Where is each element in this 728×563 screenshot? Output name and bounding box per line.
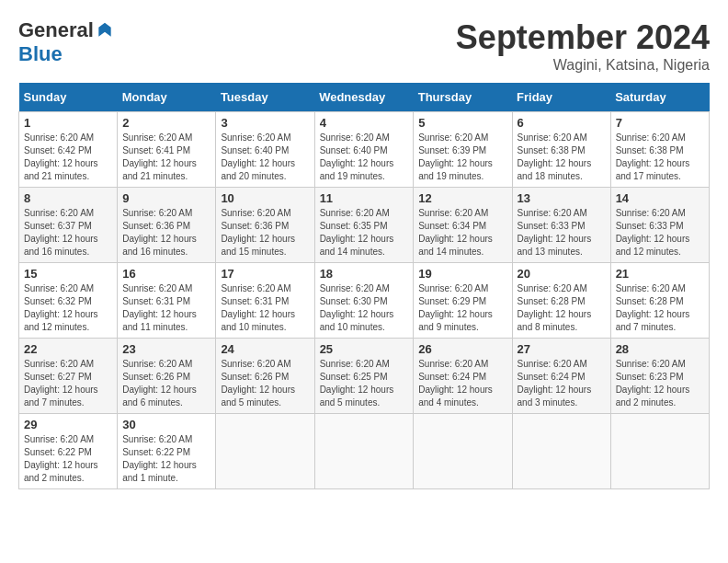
- day-info: Sunrise: 6:20 AMSunset: 6:37 PMDaylight:…: [24, 207, 112, 259]
- day-info: Sunrise: 6:20 AMSunset: 6:23 PMDaylight:…: [616, 358, 704, 409]
- title-section: September 2024 Wagini, Katsina, Nigeria: [456, 18, 710, 74]
- day-info: Sunrise: 6:20 AMSunset: 6:31 PMDaylight:…: [221, 282, 309, 334]
- calendar-cell: 12Sunrise: 6:20 AMSunset: 6:34 PMDayligh…: [414, 188, 512, 263]
- day-number: 14: [616, 191, 704, 205]
- calendar-cell: 16Sunrise: 6:20 AMSunset: 6:31 PMDayligh…: [118, 263, 216, 339]
- weekday-header: Thursday: [414, 83, 512, 112]
- calendar-cell: [216, 414, 314, 489]
- day-info: Sunrise: 6:20 AMSunset: 6:35 PMDaylight:…: [320, 207, 409, 259]
- calendar-cell: 29Sunrise: 6:20 AMSunset: 6:22 PMDayligh…: [19, 414, 118, 489]
- calendar-cell: 25Sunrise: 6:20 AMSunset: 6:25 PMDayligh…: [314, 339, 414, 414]
- logo: General Blue: [18, 18, 114, 66]
- calendar-week-row: 22Sunrise: 6:20 AMSunset: 6:27 PMDayligh…: [19, 339, 710, 414]
- day-number: 6: [518, 116, 606, 130]
- day-info: Sunrise: 6:20 AMSunset: 6:38 PMDaylight:…: [616, 132, 704, 183]
- calendar-cell: 23Sunrise: 6:20 AMSunset: 6:26 PMDayligh…: [118, 339, 216, 414]
- day-number: 20: [518, 267, 606, 281]
- calendar-cell: [414, 414, 512, 489]
- calendar-week-row: 8Sunrise: 6:20 AMSunset: 6:37 PMDaylight…: [19, 188, 710, 263]
- calendar-cell: 28Sunrise: 6:20 AMSunset: 6:23 PMDayligh…: [610, 339, 709, 414]
- weekday-header-row: SundayMondayTuesdayWednesdayThursdayFrid…: [19, 83, 710, 112]
- day-info: Sunrise: 6:20 AMSunset: 6:24 PMDaylight:…: [518, 358, 606, 409]
- calendar-cell: 10Sunrise: 6:20 AMSunset: 6:36 PMDayligh…: [216, 188, 314, 263]
- calendar-cell: [512, 414, 610, 489]
- calendar-cell: 19Sunrise: 6:20 AMSunset: 6:29 PMDayligh…: [414, 263, 512, 339]
- day-info: Sunrise: 6:20 AMSunset: 6:40 PMDaylight:…: [221, 132, 309, 183]
- day-info: Sunrise: 6:20 AMSunset: 6:24 PMDaylight:…: [418, 358, 506, 409]
- logo-icon: [96, 21, 114, 40]
- day-info: Sunrise: 6:20 AMSunset: 6:28 PMDaylight:…: [616, 282, 704, 334]
- location: Wagini, Katsina, Nigeria: [456, 57, 710, 74]
- calendar-cell: 27Sunrise: 6:20 AMSunset: 6:24 PMDayligh…: [512, 339, 610, 414]
- day-info: Sunrise: 6:20 AMSunset: 6:33 PMDaylight:…: [518, 207, 606, 259]
- day-number: 1: [24, 116, 112, 130]
- day-number: 5: [418, 116, 506, 130]
- calendar-cell: 15Sunrise: 6:20 AMSunset: 6:32 PMDayligh…: [19, 263, 118, 339]
- day-number: 30: [122, 418, 210, 431]
- month-title: September 2024: [456, 18, 710, 57]
- day-number: 11: [320, 191, 409, 205]
- day-info: Sunrise: 6:20 AMSunset: 6:40 PMDaylight:…: [320, 132, 409, 183]
- day-number: 15: [24, 267, 112, 281]
- day-info: Sunrise: 6:20 AMSunset: 6:38 PMDaylight:…: [518, 132, 606, 183]
- day-number: 7: [616, 116, 704, 130]
- day-info: Sunrise: 6:20 AMSunset: 6:39 PMDaylight:…: [418, 132, 506, 183]
- day-info: Sunrise: 6:20 AMSunset: 6:25 PMDaylight:…: [320, 358, 409, 409]
- calendar-week-row: 29Sunrise: 6:20 AMSunset: 6:22 PMDayligh…: [19, 414, 710, 489]
- day-info: Sunrise: 6:20 AMSunset: 6:28 PMDaylight:…: [518, 282, 606, 334]
- calendar-cell: 5Sunrise: 6:20 AMSunset: 6:39 PMDaylight…: [414, 112, 512, 188]
- day-number: 8: [24, 191, 112, 205]
- day-number: 27: [518, 342, 606, 356]
- calendar-cell: 1Sunrise: 6:20 AMSunset: 6:42 PMDaylight…: [19, 112, 118, 188]
- day-number: 19: [418, 267, 506, 281]
- day-number: 25: [320, 342, 409, 356]
- calendar: SundayMondayTuesdayWednesdayThursdayFrid…: [18, 83, 710, 489]
- day-info: Sunrise: 6:20 AMSunset: 6:30 PMDaylight:…: [320, 282, 409, 334]
- day-number: 18: [320, 267, 409, 281]
- calendar-cell: 2Sunrise: 6:20 AMSunset: 6:41 PMDaylight…: [118, 112, 216, 188]
- day-info: Sunrise: 6:20 AMSunset: 6:26 PMDaylight:…: [122, 358, 210, 409]
- day-number: 4: [320, 116, 409, 130]
- day-info: Sunrise: 6:20 AMSunset: 6:42 PMDaylight:…: [24, 132, 112, 183]
- calendar-cell: 14Sunrise: 6:20 AMSunset: 6:33 PMDayligh…: [610, 188, 709, 263]
- calendar-cell: 8Sunrise: 6:20 AMSunset: 6:37 PMDaylight…: [19, 188, 118, 263]
- calendar-cell: 11Sunrise: 6:20 AMSunset: 6:35 PMDayligh…: [314, 188, 414, 263]
- day-info: Sunrise: 6:20 AMSunset: 6:22 PMDaylight:…: [122, 433, 210, 485]
- day-number: 3: [221, 116, 309, 130]
- day-number: 10: [221, 191, 309, 205]
- day-number: 24: [221, 342, 309, 356]
- weekday-header: Wednesday: [314, 83, 414, 112]
- day-info: Sunrise: 6:20 AMSunset: 6:32 PMDaylight:…: [24, 282, 112, 334]
- logo-general: General: [18, 18, 94, 42]
- weekday-header: Tuesday: [216, 83, 314, 112]
- weekday-header: Saturday: [610, 83, 709, 112]
- day-number: 23: [122, 342, 210, 356]
- calendar-cell: 7Sunrise: 6:20 AMSunset: 6:38 PMDaylight…: [610, 112, 709, 188]
- calendar-week-row: 1Sunrise: 6:20 AMSunset: 6:42 PMDaylight…: [19, 112, 710, 188]
- day-info: Sunrise: 6:20 AMSunset: 6:41 PMDaylight:…: [122, 132, 210, 183]
- page-header: General Blue September 2024 Wagini, Kats…: [18, 18, 710, 74]
- day-number: 16: [122, 267, 210, 281]
- calendar-cell: 3Sunrise: 6:20 AMSunset: 6:40 PMDaylight…: [216, 112, 314, 188]
- day-number: 17: [221, 267, 309, 281]
- day-number: 21: [616, 267, 704, 281]
- calendar-cell: 9Sunrise: 6:20 AMSunset: 6:36 PMDaylight…: [118, 188, 216, 263]
- day-number: 13: [518, 191, 606, 205]
- calendar-cell: 21Sunrise: 6:20 AMSunset: 6:28 PMDayligh…: [610, 263, 709, 339]
- calendar-cell: 6Sunrise: 6:20 AMSunset: 6:38 PMDaylight…: [512, 112, 610, 188]
- calendar-cell: [610, 414, 709, 489]
- day-number: 2: [122, 116, 210, 130]
- day-info: Sunrise: 6:20 AMSunset: 6:34 PMDaylight:…: [418, 207, 506, 259]
- day-number: 29: [24, 418, 112, 431]
- day-number: 26: [418, 342, 506, 356]
- calendar-cell: [314, 414, 414, 489]
- weekday-header: Monday: [118, 83, 216, 112]
- calendar-cell: 24Sunrise: 6:20 AMSunset: 6:26 PMDayligh…: [216, 339, 314, 414]
- calendar-cell: 20Sunrise: 6:20 AMSunset: 6:28 PMDayligh…: [512, 263, 610, 339]
- day-number: 12: [418, 191, 506, 205]
- calendar-cell: 13Sunrise: 6:20 AMSunset: 6:33 PMDayligh…: [512, 188, 610, 263]
- calendar-cell: 30Sunrise: 6:20 AMSunset: 6:22 PMDayligh…: [118, 414, 216, 489]
- day-info: Sunrise: 6:20 AMSunset: 6:33 PMDaylight:…: [616, 207, 704, 259]
- day-number: 28: [616, 342, 704, 356]
- calendar-cell: 4Sunrise: 6:20 AMSunset: 6:40 PMDaylight…: [314, 112, 414, 188]
